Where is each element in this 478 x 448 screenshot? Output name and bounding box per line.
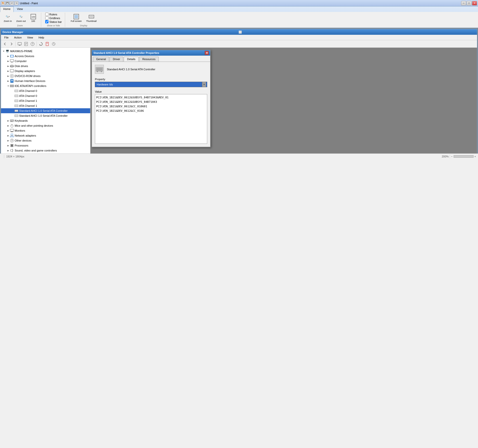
- tree-item-other[interactable]: ▶ ? Other devices: [1, 138, 90, 143]
- dialog-area: Standard AHCI 1.0 Serial ATA Controller …: [90, 48, 477, 153]
- value-line-2: PCI\VEN_1B21&DEV_0612&CC_010601: [96, 104, 206, 109]
- tree-item-sound-label: Sound, video and game controllers: [15, 149, 57, 152]
- tree-item-ata1b[interactable]: ATA Channel 1: [1, 103, 90, 108]
- maximize-button[interactable]: □: [467, 1, 472, 5]
- gridlines-checkbox[interactable]: [45, 16, 48, 20]
- dialog-close-button[interactable]: ✕: [205, 51, 209, 55]
- dialog-title-bar: Standard AHCI 1.0 Serial ATA Controller …: [92, 50, 210, 56]
- tab-driver[interactable]: Driver: [110, 57, 123, 62]
- svg-rect-48: [10, 129, 14, 131]
- tab-resources[interactable]: Resources: [139, 57, 159, 62]
- zoom-slider[interactable]: [454, 155, 474, 158]
- ata0a-icon: [14, 89, 18, 93]
- disk-icon: [10, 64, 14, 68]
- ide-expand-icon: ▼: [6, 84, 10, 88]
- other-expand-icon: ▶: [6, 139, 10, 142]
- menu-action[interactable]: Action: [12, 35, 24, 40]
- hid-expand-icon: ▶: [6, 79, 10, 83]
- tab-home[interactable]: Home: [0, 6, 14, 12]
- svg-rect-39: [15, 115, 18, 117]
- tree-item-network[interactable]: ▶ Network adapters: [1, 133, 90, 138]
- toolbar-help[interactable]: ?: [30, 41, 36, 47]
- tree-item-ahci1-label: Standard AHCI 1.0 Serial ATA Controller: [19, 109, 68, 112]
- toolbar-update[interactable]: [38, 41, 44, 47]
- zoom-in-button[interactable]: 🔍+ Zoom in: [2, 13, 14, 23]
- mice-expand-icon: ▶: [6, 124, 10, 127]
- toolbar-back[interactable]: [2, 41, 8, 47]
- tree-item-ata1a[interactable]: ATA Channel 1: [1, 98, 90, 103]
- tree-item-computer[interactable]: ▶ Computer: [1, 59, 90, 64]
- tree-item-ahci1[interactable]: Standard AHCI 1.0 Serial ATA Controller: [1, 108, 90, 113]
- svg-rect-29: [10, 79, 13, 83]
- tree-item-sound[interactable]: ▶ Sound, video and game controllers: [1, 148, 90, 153]
- tree-item-hid[interactable]: ▶ Human Interface Devices: [1, 78, 90, 83]
- property-label: Property: [95, 78, 207, 81]
- svg-text:?: ?: [32, 43, 33, 45]
- rulers-checkbox-label[interactable]: Rulers: [45, 13, 62, 16]
- toolbar-computer[interactable]: [17, 41, 23, 47]
- tree-item-keyboards[interactable]: ▶ Keyboards: [1, 118, 90, 123]
- ide-icon: [10, 84, 14, 88]
- tree-item-processors[interactable]: ▶ Processors: [1, 143, 90, 148]
- toolbar-forward[interactable]: [8, 41, 14, 47]
- monitors-expand-icon: ▶: [6, 129, 10, 132]
- tree-item-ahci2[interactable]: Standard AHCI 1.0 Serial ATA Controller: [1, 113, 90, 118]
- tree-item-mice[interactable]: ▶ Mice and other pointing devices: [1, 123, 90, 128]
- statusbar-checkbox-label[interactable]: Status bar: [45, 20, 62, 23]
- tree-item-disk[interactable]: ▶ Disk drives: [1, 64, 90, 69]
- tab-details[interactable]: Details: [124, 57, 139, 62]
- quick-access-1[interactable]: 💾: [5, 1, 9, 5]
- close-button[interactable]: ✕: [472, 1, 477, 5]
- paint-app-icon: 🎨: [1, 1, 5, 5]
- ata1b-expand-icon: [11, 104, 14, 108]
- menu-file[interactable]: File: [2, 35, 11, 40]
- paint-window: 🎨 💾 ↩ ↪ Untitled - Paint ─ □ ✕ Home View…: [0, 0, 478, 159]
- quick-access-3[interactable]: ↪: [14, 1, 18, 5]
- toolbar-remove[interactable]: [44, 41, 50, 47]
- menu-view[interactable]: View: [25, 35, 35, 40]
- quick-access-2[interactable]: ↩: [10, 1, 14, 5]
- toolbar-scan[interactable]: [51, 41, 57, 47]
- svg-rect-19: [11, 55, 13, 57]
- rulers-checkbox[interactable]: [45, 13, 48, 16]
- tab-view[interactable]: View: [14, 6, 26, 12]
- tree-item-ide[interactable]: ▼ IDE ATA/ATAPI controllers: [1, 83, 90, 88]
- zoom-increase-button[interactable]: +: [475, 155, 476, 158]
- toolbar-properties[interactable]: [23, 41, 29, 47]
- tree-item-ide-label: IDE ATA/ATAPI controllers: [15, 84, 46, 87]
- gridlines-checkbox-label[interactable]: Gridlines: [45, 16, 62, 20]
- dvd-expand-icon: ▶: [6, 74, 10, 78]
- display-expand-icon: ▶: [6, 69, 10, 73]
- zoom-100-button[interactable]: 100 100: [29, 13, 38, 23]
- tree-item-acronis[interactable]: ▶ Acronis Devices: [1, 54, 90, 59]
- fullscreen-icon: [73, 14, 79, 20]
- zoom-level: 200%: [442, 155, 449, 158]
- thumbnail-button[interactable]: Thumbnail: [84, 13, 98, 23]
- dm-maximize-icon[interactable]: ⬜: [239, 31, 475, 34]
- tree-item-dvd[interactable]: ▶ DVD/CD-ROM drives: [1, 74, 90, 78]
- dropdown-arrow[interactable]: ▼: [202, 82, 206, 87]
- toolbar-sep-1: [15, 41, 16, 46]
- title-controls: ─ □ ✕: [461, 1, 477, 5]
- ribbon-tabs: Home View: [0, 6, 478, 12]
- tree-item-display[interactable]: ▶ Display adapters: [1, 69, 90, 74]
- tree-item-monitors[interactable]: ▶ Monitors: [1, 128, 90, 133]
- ata1a-expand-icon: [11, 99, 14, 103]
- mice-icon: [10, 124, 14, 128]
- svg-rect-61: [11, 145, 13, 146]
- zoom-out-button[interactable]: 🔍- Zoom out: [15, 13, 28, 23]
- tree-item-ata0a[interactable]: ATA Channel 0: [1, 88, 90, 93]
- display-group: Full screen Thumbnail Display: [69, 13, 101, 27]
- acronis-icon: [10, 54, 14, 58]
- tree-root[interactable]: ▼ 🖥️ MAXIMUS-PRIME: [1, 49, 90, 54]
- statusbar-checkbox[interactable]: [45, 20, 48, 23]
- menu-help[interactable]: Help: [36, 35, 46, 40]
- fullscreen-button[interactable]: Full screen: [69, 13, 83, 23]
- zoom-decrease-button[interactable]: −: [451, 155, 452, 158]
- tree-item-ata0b[interactable]: ATA Channel 0: [1, 93, 90, 98]
- svg-rect-37: [15, 105, 18, 107]
- property-dropdown[interactable]: Hardware Ids ▼: [95, 82, 207, 87]
- minimize-button[interactable]: ─: [461, 1, 466, 5]
- svg-rect-35: [15, 95, 18, 97]
- tab-general[interactable]: General: [93, 57, 109, 62]
